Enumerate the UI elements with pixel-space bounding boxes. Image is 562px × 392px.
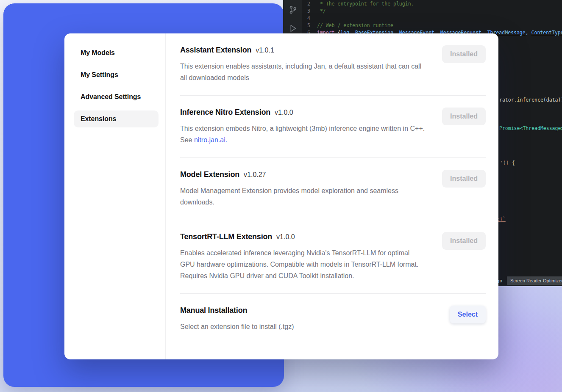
- run-debug-icon[interactable]: [288, 24, 298, 33]
- installed-button[interactable]: Installed: [442, 45, 486, 63]
- extensions-panel: Assistant Extension v1.0.1 This extensio…: [166, 33, 498, 359]
- extension-title: Inference Nitro Extension: [180, 107, 270, 118]
- installed-button[interactable]: Installed: [442, 232, 486, 250]
- sidebar-item-my-settings[interactable]: My Settings: [74, 66, 159, 83]
- code-line: 3 */: [302, 8, 562, 15]
- extension-title: TensortRT-LLM Extension: [180, 231, 272, 243]
- extension-row-tensorrt: TensortRT-LLM Extension v1.0.0 Enables a…: [180, 220, 486, 294]
- sidebar-item-advanced-settings[interactable]: Advanced Settings: [74, 88, 159, 105]
- source-control-icon[interactable]: [288, 5, 298, 14]
- settings-sidebar: My Models My Settings Advanced Settings …: [64, 33, 166, 359]
- code-fragment: rator.inference(data));: [499, 97, 562, 103]
- code-line: 5// Web / extension runtime: [302, 22, 562, 29]
- desktop-stage: 2 * The entrypoint for the plugin. 3 */ …: [0, 0, 562, 392]
- settings-window: My Models My Settings Advanced Settings …: [64, 33, 498, 359]
- sidebar-item-extensions[interactable]: Extensions: [74, 110, 159, 127]
- installed-button[interactable]: Installed: [442, 170, 486, 188]
- extension-title: Assistant Extension: [180, 44, 251, 56]
- line-number: 5: [302, 22, 317, 29]
- manual-installation-row: Manual Installation Select an extension …: [180, 294, 486, 344]
- select-file-button[interactable]: Select: [450, 306, 486, 323]
- code-fragment: ')) {: [500, 160, 515, 166]
- screen-reader-notice[interactable]: Screen Reader Optimized: [507, 276, 562, 285]
- extension-description: Enables accelerated inference leveraging…: [180, 247, 425, 282]
- nitro-jan-ai-link[interactable]: nitro.jan.ai.: [194, 136, 227, 144]
- extension-version: v1.0.1: [256, 44, 274, 56]
- installed-button[interactable]: Installed: [442, 108, 486, 125]
- extension-description: This extension embeds Nitro, a lightweig…: [180, 123, 425, 146]
- extension-version: v1.0.0: [275, 107, 293, 118]
- code-line: 2 * The entrypoint for the plugin.: [302, 0, 562, 8]
- extension-version: v1.0.0: [276, 231, 295, 243]
- extension-row-assistant: Assistant Extension v1.0.1 This extensio…: [180, 33, 486, 96]
- code-fragment: Promise<ThreadMessage>: [499, 125, 562, 132]
- extension-row-model: Model Extension v1.0.27 Model Management…: [180, 158, 486, 220]
- extension-description: Model Management Extension provides mode…: [180, 185, 425, 208]
- manual-installation-title: Manual Installation: [180, 305, 247, 316]
- line-number: 3: [302, 8, 317, 15]
- line-number: 4: [302, 15, 317, 22]
- extension-version: v1.0.27: [244, 169, 266, 180]
- line-number: 2: [302, 0, 317, 8]
- extension-row-nitro: Inference Nitro Extension v1.0.0 This ex…: [180, 96, 486, 158]
- manual-installation-description: Select an extension file to install (.tg…: [180, 321, 294, 332]
- code-area: 2 * The entrypoint for the plugin. 3 */ …: [302, 0, 562, 36]
- extension-description: This extension enables assistants, inclu…: [180, 61, 425, 83]
- sidebar-item-my-models[interactable]: My Models: [74, 44, 159, 61]
- extension-title: Model Extension: [180, 169, 239, 180]
- code-line: 4: [302, 15, 562, 22]
